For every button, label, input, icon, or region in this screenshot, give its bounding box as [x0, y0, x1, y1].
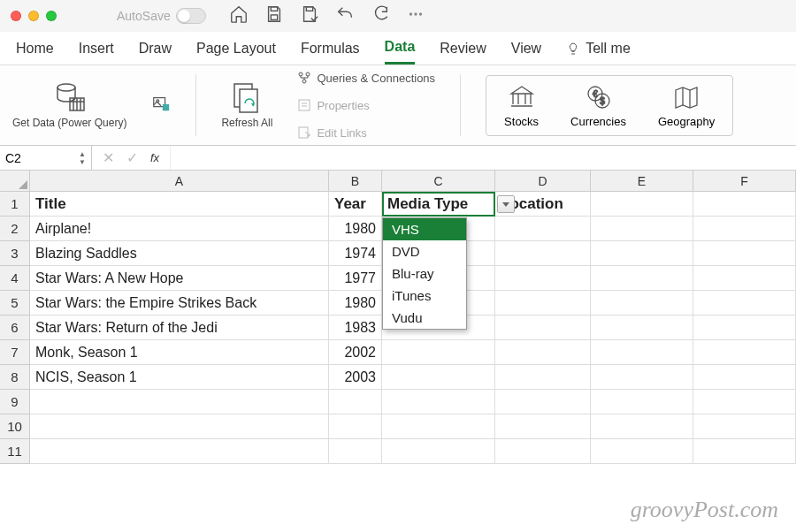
- col-header-B[interactable]: B: [329, 171, 382, 192]
- tell-me-button[interactable]: Tell me: [566, 41, 631, 64]
- cell[interactable]: [495, 340, 591, 365]
- cell[interactable]: [693, 439, 796, 464]
- cell[interactable]: [591, 291, 693, 315]
- cell[interactable]: [329, 439, 382, 464]
- cell[interactable]: 1980: [329, 217, 382, 241]
- tab-review[interactable]: Review: [440, 41, 486, 64]
- cell[interactable]: [382, 365, 495, 390]
- col-header-C[interactable]: C: [382, 171, 495, 192]
- cell[interactable]: [591, 266, 693, 291]
- cell[interactable]: [693, 365, 796, 390]
- cell[interactable]: [495, 414, 591, 439]
- refresh-all-button[interactable]: Refresh All: [221, 80, 272, 129]
- cell[interactable]: [495, 315, 591, 340]
- save-as-icon[interactable]: [300, 4, 319, 27]
- cell[interactable]: [591, 192, 693, 217]
- cell[interactable]: [382, 390, 495, 414]
- get-data-button[interactable]: Get Data (Power Query): [12, 80, 126, 129]
- cell[interactable]: Star Wars: the Empire Strikes Back: [30, 291, 329, 315]
- cell[interactable]: [591, 340, 693, 365]
- dropdown-option[interactable]: Blu-ray: [383, 262, 466, 285]
- cell[interactable]: [495, 439, 591, 464]
- cancel-icon[interactable]: ✕: [103, 149, 114, 166]
- tab-home[interactable]: Home: [16, 41, 54, 64]
- cell[interactable]: [693, 217, 796, 241]
- close-window-button[interactable]: [11, 11, 21, 21]
- cell[interactable]: [693, 192, 796, 217]
- cell[interactable]: [693, 340, 796, 365]
- stocks-button[interactable]: Stocks: [504, 83, 539, 128]
- cell[interactable]: [591, 315, 693, 340]
- autosave-toggle[interactable]: AutoSave: [117, 8, 206, 24]
- enter-icon[interactable]: ✓: [126, 149, 138, 166]
- minimize-window-button[interactable]: [28, 11, 39, 21]
- geography-button[interactable]: Geography: [658, 83, 715, 128]
- cell[interactable]: [693, 390, 796, 414]
- cell[interactable]: Monk, Season 1: [30, 340, 329, 365]
- cell[interactable]: Star Wars: Return of the Jedi: [30, 315, 329, 340]
- tab-draw[interactable]: Draw: [139, 41, 172, 64]
- save-icon[interactable]: [264, 4, 284, 27]
- cell[interactable]: [495, 266, 591, 291]
- cell[interactable]: [30, 439, 329, 464]
- cell[interactable]: NCIS, Season 1: [30, 365, 329, 390]
- undo-icon[interactable]: [335, 4, 355, 27]
- row-header[interactable]: 2: [0, 217, 30, 241]
- cell[interactable]: [693, 241, 796, 266]
- row-header[interactable]: 7: [0, 340, 30, 365]
- cell[interactable]: [329, 414, 382, 439]
- row-header[interactable]: 8: [0, 365, 30, 390]
- row-header[interactable]: 1: [0, 192, 30, 217]
- cell[interactable]: Airplane!: [30, 217, 329, 241]
- fx-icon[interactable]: fx: [150, 151, 159, 164]
- cell[interactable]: [30, 390, 329, 414]
- col-header-F[interactable]: F: [693, 171, 796, 192]
- row-header[interactable]: 5: [0, 291, 30, 315]
- cell[interactable]: [693, 414, 796, 439]
- cell[interactable]: [591, 217, 693, 241]
- cell[interactable]: [382, 439, 495, 464]
- home-icon[interactable]: [229, 4, 249, 27]
- cell[interactable]: [495, 390, 591, 414]
- row-header[interactable]: 10: [0, 414, 30, 439]
- row-header[interactable]: 6: [0, 315, 30, 340]
- queries-connections-button[interactable]: Queries & Connections: [297, 65, 435, 90]
- tab-data[interactable]: Data: [385, 39, 416, 65]
- fullscreen-window-button[interactable]: [46, 11, 57, 21]
- cell[interactable]: [329, 390, 382, 414]
- redo-icon[interactable]: [371, 4, 390, 27]
- cell[interactable]: [495, 241, 591, 266]
- tab-insert[interactable]: Insert: [79, 41, 114, 64]
- cell[interactable]: [382, 414, 495, 439]
- cell[interactable]: [495, 365, 591, 390]
- more-icon[interactable]: [406, 4, 425, 27]
- cell[interactable]: 2003: [329, 365, 382, 390]
- cell[interactable]: [591, 390, 693, 414]
- cell[interactable]: Year: [329, 192, 382, 217]
- row-header[interactable]: 9: [0, 390, 30, 414]
- cell[interactable]: 1983: [329, 315, 382, 340]
- col-header-D[interactable]: D: [495, 171, 591, 192]
- properties-button[interactable]: Properties: [297, 93, 369, 118]
- formula-input[interactable]: [170, 146, 796, 170]
- row-header[interactable]: 11: [0, 439, 30, 464]
- cell[interactable]: Media Type: [382, 192, 495, 217]
- row-header[interactable]: 3: [0, 241, 30, 266]
- cell[interactable]: 1980: [329, 291, 382, 315]
- edit-links-button[interactable]: Edit Links: [297, 120, 366, 145]
- row-header[interactable]: 4: [0, 266, 30, 291]
- cell[interactable]: [591, 439, 693, 464]
- cell[interactable]: [693, 315, 796, 340]
- tab-view[interactable]: View: [511, 41, 541, 64]
- dropdown-option[interactable]: VHS: [383, 218, 466, 240]
- cell[interactable]: 2002: [329, 340, 382, 365]
- dropdown-option[interactable]: Vudu: [383, 307, 466, 329]
- currencies-button[interactable]: €$ Currencies: [570, 83, 626, 128]
- dropdown-option[interactable]: iTunes: [383, 285, 466, 307]
- cell[interactable]: 1974: [329, 241, 382, 266]
- cell[interactable]: [693, 291, 796, 315]
- cell[interactable]: [30, 414, 329, 439]
- cell[interactable]: 1977: [329, 266, 382, 291]
- select-all-corner[interactable]: [0, 171, 30, 192]
- namebox-stepper[interactable]: ▲▼: [79, 150, 86, 166]
